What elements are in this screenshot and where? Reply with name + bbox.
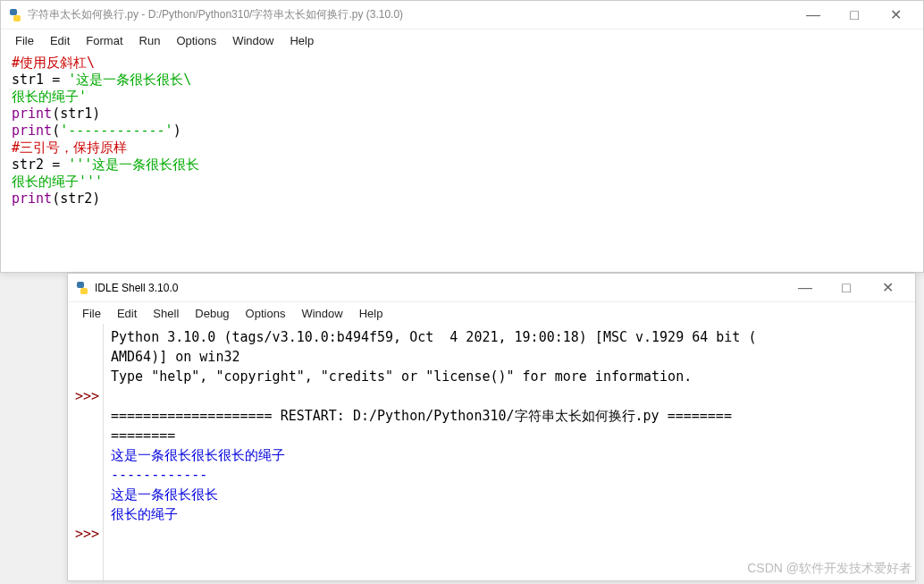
menu-debug[interactable]: Debug [188, 305, 236, 322]
watermark: CSDN @软件开发技术爱好者 [747, 561, 911, 577]
menu-help[interactable]: Help [282, 32, 321, 49]
output-line: 很长的绳子 [111, 506, 178, 522]
menu-window[interactable]: Window [225, 32, 281, 49]
code-string: '这是一条很长很长\ [68, 72, 191, 88]
shell-output: Python 3.10.0 (tags/v3.10.0:b494f59, Oct… [104, 324, 915, 580]
python-file-icon [8, 8, 22, 22]
close-button[interactable]: ✕ [867, 275, 908, 300]
blank-prompt [68, 445, 99, 465]
menu-edit[interactable]: Edit [110, 305, 144, 322]
window-controls: — □ ✕ [785, 275, 908, 300]
shell-menubar: File Edit Shell Debug Options Window Hel… [68, 302, 915, 324]
blank-prompt [68, 426, 99, 445]
code-token: ) [173, 123, 181, 139]
banner-line: Python 3.10.0 (tags/v3.10.0:b494f59, Oct… [111, 329, 756, 345]
banner-line: AMD64)] on win32 [111, 349, 240, 365]
svg-rect-1 [13, 15, 21, 21]
blank-prompt [68, 504, 99, 524]
svg-rect-2 [77, 282, 84, 288]
code-builtin: print [12, 106, 52, 122]
prompt: >>> [68, 524, 99, 544]
editor-code-area[interactable]: #使用反斜杠\ str1 = '这是一条很长很长\ 很长的绳子' print(s… [1, 51, 923, 272]
output-line: 这是一条很长很长 [111, 487, 218, 503]
banner-line: Type "help", "copyright", "credits" or "… [111, 368, 692, 385]
code-string: 很长的绳子' [12, 89, 87, 105]
menu-file[interactable]: File [75, 305, 108, 322]
code-comment: #三引号，保持原样 [12, 140, 127, 156]
code-token: = [52, 72, 68, 88]
menu-options[interactable]: Options [239, 305, 293, 322]
code-token: (str2) [52, 190, 100, 207]
code-builtin: print [12, 190, 52, 207]
maximize-button[interactable]: □ [834, 3, 875, 28]
code-token: = [52, 157, 68, 173]
code-token: str1 [12, 72, 52, 88]
blank-prompt [68, 347, 99, 367]
svg-rect-3 [80, 288, 88, 294]
code-token: ( [52, 123, 60, 139]
menu-file[interactable]: File [8, 32, 41, 49]
blank-prompt [68, 327, 99, 347]
prompt-gutter: >>> >>> [68, 324, 104, 580]
code-string: '''这是一条很长很长 [68, 157, 199, 173]
output-line: ------------ [111, 467, 207, 483]
menu-format[interactable]: Format [79, 32, 130, 49]
blank-prompt [68, 406, 99, 426]
shell-window: IDLE Shell 3.10.0 — □ ✕ File Edit Shell … [67, 273, 916, 581]
code-comment: #使用反斜杠\ [12, 55, 95, 71]
maximize-button[interactable]: □ [826, 275, 867, 300]
menu-edit[interactable]: Edit [43, 32, 77, 49]
code-string: '------------' [60, 123, 172, 139]
menu-shell[interactable]: Shell [146, 305, 186, 322]
restart-line: ======== [111, 427, 175, 444]
code-builtin: print [12, 123, 52, 139]
close-button[interactable]: ✕ [875, 3, 916, 28]
editor-title: 字符串太长如何换行.py - D:/Python/Python310/字符串太长… [28, 7, 793, 22]
shell-titlebar: IDLE Shell 3.10.0 — □ ✕ [68, 274, 915, 302]
code-string: 很长的绳子''' [12, 174, 103, 190]
blank-prompt [68, 485, 99, 504]
svg-rect-0 [10, 9, 17, 15]
shell-title: IDLE Shell 3.10.0 [95, 282, 785, 294]
minimize-button[interactable]: — [785, 275, 826, 300]
blank-prompt [68, 465, 99, 485]
menu-window[interactable]: Window [294, 305, 349, 322]
restart-line: ==================== RESTART: D:/Python/… [111, 408, 732, 424]
code-token: str2 [12, 157, 52, 173]
prompt: >>> [68, 386, 99, 406]
python-file-icon [75, 281, 89, 295]
menu-run[interactable]: Run [132, 32, 168, 49]
blank-prompt [68, 367, 99, 386]
editor-window: 字符串太长如何换行.py - D:/Python/Python310/字符串太长… [0, 0, 924, 273]
editor-titlebar: 字符串太长如何换行.py - D:/Python/Python310/字符串太长… [1, 1, 923, 30]
minimize-button[interactable]: — [793, 3, 834, 28]
window-controls: — □ ✕ [793, 3, 916, 28]
shell-body[interactable]: >>> >>> Python 3.10.0 (tags/v3.10.0:b494… [68, 324, 915, 580]
menu-help[interactable]: Help [352, 305, 391, 322]
menu-options[interactable]: Options [169, 32, 223, 49]
editor-menubar: File Edit Format Run Options Window Help [1, 30, 923, 51]
code-token: (str1) [52, 106, 100, 122]
output-line: 这是一条很长很长很长的绳子 [111, 447, 285, 463]
